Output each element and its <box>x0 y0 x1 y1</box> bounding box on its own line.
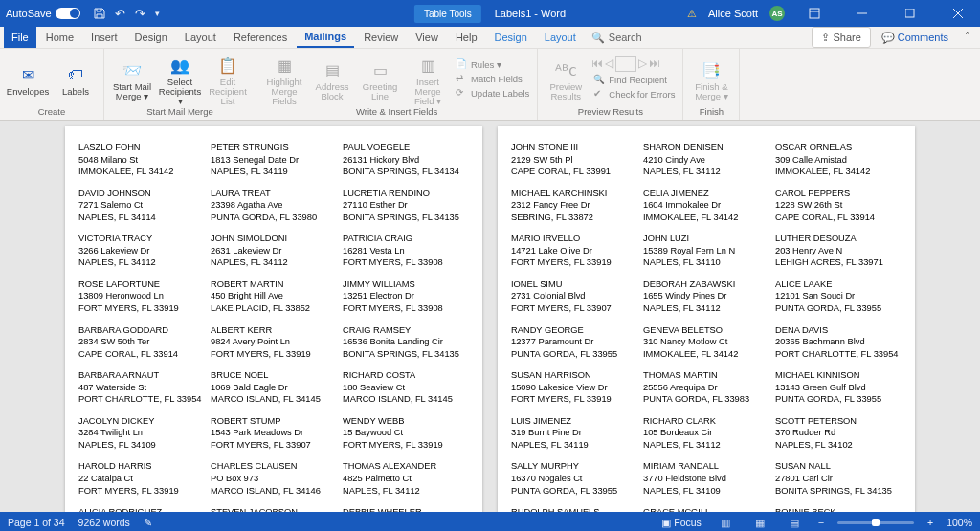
mailing-label[interactable]: LUIS JIMENEZ319 Burnt Pine DrNAPLES, FL … <box>511 415 637 452</box>
mailing-label[interactable]: PETER STRUNGIS1813 Senegal Date DrNAPLES… <box>211 142 337 178</box>
mailing-label[interactable]: MIRIAM RANDALL3770 Fieldstone BlvdNAPLES… <box>643 460 769 497</box>
mailing-label[interactable]: PAUL VOEGELE26131 Hickory BlvdBONITA SPR… <box>343 142 469 178</box>
mailing-label[interactable]: ROBERT STUMP1543 Park Meadows DrFORT MYE… <box>211 415 337 452</box>
mailing-label[interactable]: JOHN STONE III2129 SW 5th PlCAPE CORAL, … <box>511 142 637 178</box>
mailing-label[interactable]: JACOLYN DICKEY3284 Twilight LnNAPLES, FL… <box>78 415 205 452</box>
tab-table-layout[interactable]: Layout <box>537 27 584 48</box>
redo-icon[interactable]: ↷ <box>135 7 145 21</box>
insert-merge-field-button[interactable]: ▥Insert Merge Field ▾ <box>406 51 450 106</box>
save-icon[interactable] <box>94 8 105 19</box>
mailing-label[interactable]: LAURA TREAT23398 Agatha AvePUNTA GORDA, … <box>211 188 337 224</box>
focus-mode-button[interactable]: ▣Focus <box>661 517 702 528</box>
mailing-label[interactable]: PATRICIA CRAIG16281 Vesta LnFORT MYERS, … <box>343 232 469 269</box>
spellcheck-icon[interactable]: ✎ <box>144 517 152 528</box>
mailing-label[interactable]: HAROLD HARRIS22 Catalpa CtFORT MYERS, FL… <box>78 460 205 497</box>
zoom-out-icon[interactable]: − <box>818 517 824 528</box>
address-block-button[interactable]: ▤Address Block <box>310 55 354 101</box>
mailing-label[interactable]: BARBARA GODDARD2834 SW 50th TerCAPE CORA… <box>78 324 205 361</box>
mailing-label[interactable]: DEBBIE WHEELER <box>343 506 469 512</box>
tab-insert[interactable]: Insert <box>83 27 125 48</box>
mailing-label[interactable]: MICHAEL KARCHINSKI2312 Fancy Free DrSEBR… <box>511 188 637 224</box>
check-errors-button[interactable]: ✔Check for Errors <box>591 87 677 100</box>
autosave-toggle[interactable]: AutoSave <box>0 8 86 19</box>
mailing-label[interactable]: DEBORAH ZABAWSKI1655 Windy Pines DrNAPLE… <box>643 278 769 315</box>
mailing-label[interactable]: SALLY MURPHY16370 Nogales CtPUNTA GORDA,… <box>511 460 637 497</box>
mailing-label[interactable]: GRACE MCGILL <box>643 506 769 512</box>
mailing-label[interactable]: VICTORIA TRACY3266 Lakeview DrNAPLES, FL… <box>78 232 205 269</box>
tab-table-design[interactable]: Design <box>487 27 535 48</box>
user-name[interactable]: Alice Scott <box>708 8 758 19</box>
document-area[interactable]: LASZLO FOHN5048 Milano StIMMOKALEE, FL 3… <box>0 121 980 512</box>
mailing-label[interactable]: BONNIE BECK <box>775 506 902 512</box>
close-button[interactable] <box>940 0 976 27</box>
mailing-label[interactable]: LASZLO FOHN5048 Milano StIMMOKALEE, FL 3… <box>78 142 205 178</box>
preview-results-button[interactable]: ᴬᴮᴄPreview Results <box>544 55 588 101</box>
mailing-label[interactable]: RICHARD CLARK105 Bordeaux CirNAPLES, FL … <box>643 415 769 452</box>
mailing-label[interactable]: SHARON DENISEN4210 Cindy AveNAPLES, FL 3… <box>643 142 769 178</box>
zoom-slider[interactable] <box>837 521 914 524</box>
tab-mailings[interactable]: Mailings <box>297 27 354 48</box>
mailing-label[interactable]: JOHN SIMOLDONI2631 Lakeview DrNAPLES, FL… <box>211 232 337 269</box>
edit-recipient-list-button[interactable]: 📋Edit Recipient List <box>206 51 250 106</box>
undo-icon[interactable]: ↶ <box>115 7 125 21</box>
mailing-label[interactable]: WENDY WEBB15 Baywood CtFORT MYERS, FL 33… <box>343 415 469 452</box>
rules-button[interactable]: 📄Rules ▾ <box>454 57 531 71</box>
zoom-in-icon[interactable]: + <box>927 517 933 528</box>
tab-review[interactable]: Review <box>356 27 406 48</box>
comments-button[interactable]: 💬Comments <box>873 27 957 48</box>
tab-references[interactable]: References <box>226 27 295 48</box>
mailing-label[interactable]: THOMAS ALEXANDER4825 Palmetto CtNAPLES, … <box>343 460 469 497</box>
mailing-label[interactable]: CAROL PEPPERS1228 SW 26th StCAPE CORAL, … <box>775 188 902 224</box>
find-recipient-button[interactable]: 🔍Find Recipient <box>591 73 677 86</box>
mailing-label[interactable]: MICHAEL KINNISON13143 Green Gulf BlvdPUN… <box>775 369 902 406</box>
word-count[interactable]: 9262 words <box>78 517 130 528</box>
mailing-label[interactable]: OSCAR ORNELAS309 Calle AmistadIMMOKALEE,… <box>775 142 902 178</box>
mailing-label[interactable]: ALICE LAAKE12101 San Souci DrPUNTA GORDA… <box>775 278 902 315</box>
tab-layout[interactable]: Layout <box>177 27 224 48</box>
mailing-label[interactable]: ALBERT KERR9824 Avery Point LnFORT MYERS… <box>211 324 337 361</box>
mailing-label[interactable]: BRUCE NOEL1069 Bald Eagle DrMARCO ISLAND… <box>211 369 337 406</box>
read-mode-icon[interactable]: ▥ <box>715 515 736 530</box>
select-recipients-button[interactable]: 👥Select Recipients ▾ <box>158 51 202 106</box>
mailing-label[interactable]: ALICIA RODRIGUEZ <box>78 506 205 512</box>
mailing-label[interactable]: GENEVA BELETSO310 Nancy Motlow CtIMMOKAL… <box>643 324 769 361</box>
mailing-label[interactable]: SUSAN NALL27801 Carl CirBONITA SPRINGS, … <box>775 460 902 497</box>
mailing-label[interactable]: CELIA JIMENEZ1604 Immokalee DrIMMOKALEE,… <box>643 188 769 224</box>
print-layout-icon[interactable]: ▦ <box>749 515 770 530</box>
mailing-label[interactable]: SCOTT PETERSON370 Rudder RdNAPLES, FL 34… <box>775 415 902 452</box>
mailing-label[interactable]: ROBERT MARTIN450 Bright Hill AveLAKE PLA… <box>211 278 337 315</box>
update-labels-button[interactable]: ⟳Update Labels <box>454 86 531 100</box>
collapse-ribbon-icon[interactable]: ˄ <box>959 27 976 48</box>
minimize-button[interactable] <box>844 0 880 27</box>
mailing-label[interactable]: STEVEN JACOBSON <box>211 506 337 512</box>
record-nav[interactable]: ⏮◁ ▷⏭ <box>591 56 677 72</box>
mailing-label[interactable]: MARIO IRVELLO14721 Lake Olive DrFORT MYE… <box>511 232 637 269</box>
mailing-label[interactable]: JOHN LUZI15389 Royal Fern Ln NNAPLES, FL… <box>643 232 769 269</box>
mailing-label[interactable]: LUCRETIA RENDINO27110 Esther DrBONITA SP… <box>343 188 469 224</box>
greeting-line-button[interactable]: ▭Greeting Line <box>358 55 402 101</box>
mailing-label[interactable]: RANDY GEORGE12377 Paramount DrPUNTA GORD… <box>511 324 637 361</box>
search-box[interactable]: 🔍Search <box>591 27 642 48</box>
tab-view[interactable]: View <box>408 27 446 48</box>
mailing-label[interactable]: ROSE LAFORTUNE13809 Heronwood LnFORT MYE… <box>78 278 205 315</box>
user-avatar[interactable]: AS <box>769 6 785 21</box>
highlight-merge-fields-button[interactable]: ▦Highlight Merge Fields <box>262 51 306 106</box>
envelopes-button[interactable]: ✉Envelopes <box>6 60 50 97</box>
zoom-level[interactable]: 100% <box>947 517 972 528</box>
finish-merge-button[interactable]: 📑Finish & Merge ▾ <box>689 55 733 101</box>
share-button[interactable]: ⇪Share <box>812 27 870 48</box>
tab-help[interactable]: Help <box>448 27 485 48</box>
mailing-label[interactable]: RUDOLPH SAMUELS <box>511 506 637 512</box>
maximize-button[interactable] <box>892 0 928 27</box>
start-mail-merge-button[interactable]: 📨Start Mail Merge ▾ <box>110 55 154 101</box>
mailing-label[interactable]: DENA DAVIS20365 Bachmann BlvdPORT CHARLO… <box>775 324 902 361</box>
mailing-label[interactable]: IONEL SIMU2731 Colonial BlvdFORT MYERS, … <box>511 278 637 315</box>
ribbon-options-icon[interactable] <box>796 0 833 27</box>
qat-customize-icon[interactable]: ▾ <box>155 9 160 18</box>
mailing-label[interactable]: LUTHER DESOUZA203 Henry Ave NLEHIGH ACRE… <box>775 232 902 269</box>
mailing-label[interactable]: BARBARA ARNAUT487 Waterside StPORT CHARL… <box>78 369 205 406</box>
web-layout-icon[interactable]: ▤ <box>784 515 805 530</box>
mailing-label[interactable]: RICHARD COSTA180 Seaview CtMARCO ISLAND,… <box>343 369 469 406</box>
page-indicator[interactable]: Page 1 of 34 <box>8 517 65 528</box>
mailing-label[interactable]: CRAIG RAMSEY16536 Bonita Landing CirBONI… <box>343 324 469 361</box>
